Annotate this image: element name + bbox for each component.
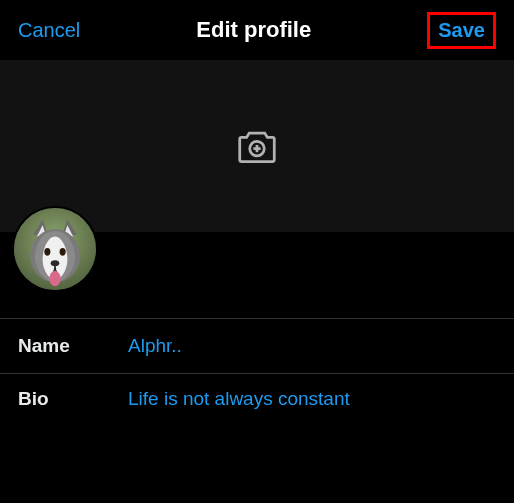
bio-row: Bio Life is not always constant xyxy=(0,374,514,426)
camera-add-icon xyxy=(236,127,278,165)
save-button-highlight: Save xyxy=(427,12,496,49)
svg-point-5 xyxy=(44,248,50,256)
name-row: Name Alphr.. xyxy=(0,318,514,374)
name-input[interactable]: Alphr.. xyxy=(128,335,496,357)
avatar-image xyxy=(14,208,96,290)
avatar[interactable] xyxy=(12,206,98,292)
banner-area[interactable] xyxy=(0,60,514,232)
page-title: Edit profile xyxy=(196,17,311,43)
bio-input[interactable]: Life is not always constant xyxy=(128,388,496,410)
svg-point-8 xyxy=(49,271,60,286)
svg-point-6 xyxy=(60,248,66,256)
save-button[interactable]: Save xyxy=(438,19,485,42)
bio-label: Bio xyxy=(18,388,128,410)
svg-point-7 xyxy=(51,260,60,266)
name-label: Name xyxy=(18,335,128,357)
cancel-button[interactable]: Cancel xyxy=(18,19,80,42)
fields-section: Name Alphr.. Bio Life is not always cons… xyxy=(0,318,514,426)
header-bar: Cancel Edit profile Save xyxy=(0,0,514,60)
